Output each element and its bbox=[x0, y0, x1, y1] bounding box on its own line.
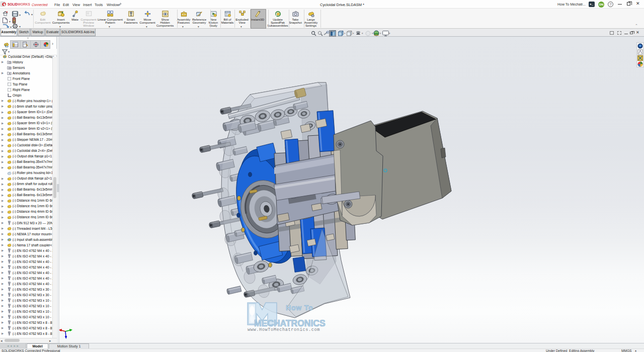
svg-text:How To: How To bbox=[286, 304, 313, 312]
svg-text:MECHATRONICS: MECHATRONICS bbox=[254, 318, 326, 328]
